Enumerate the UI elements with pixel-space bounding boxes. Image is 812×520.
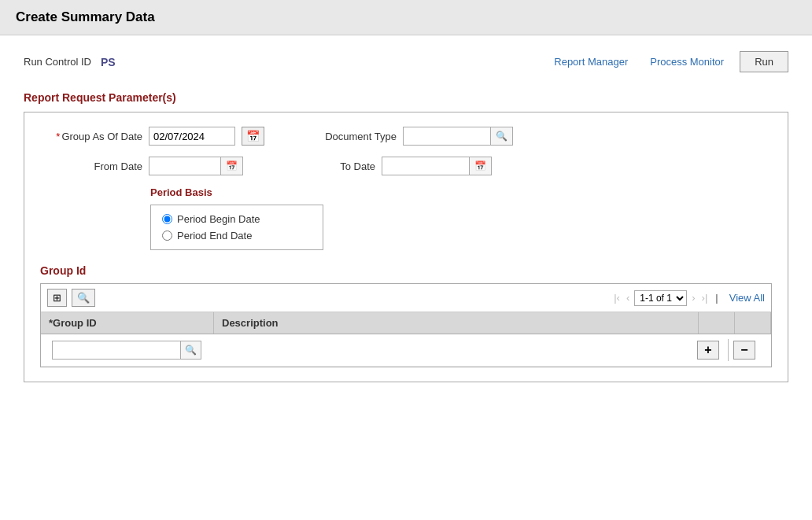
period-end-date-option[interactable]: Period End Date [162, 230, 312, 242]
description-cell [220, 349, 692, 352]
period-begin-date-label: Period Begin Date [177, 213, 260, 225]
document-type-group: Document Type 🔍 [318, 127, 513, 146]
run-control-bar: Run Control ID PS Report Manager Process… [24, 51, 788, 72]
page-title: Create Summary Data [16, 9, 796, 25]
group-id-row-input[interactable] [53, 341, 180, 359]
to-date-calendar-button[interactable]: 📅 [469, 157, 491, 175]
group-id-section: Group Id ⊞ 🔍 |‹ ‹ 1-1 of 1 › [40, 264, 772, 367]
form-row-date-doctype: Group As Of Date 📅 Document Type 🔍 [40, 127, 772, 146]
period-basis-section: Period Basis Period Begin Date Period En… [40, 186, 772, 250]
from-date-calendar-button[interactable]: 📅 [220, 157, 242, 175]
first-page-button[interactable]: |‹ [612, 292, 622, 304]
group-as-of-date-input[interactable] [149, 127, 235, 146]
group-id-row-search-button[interactable]: 🔍 [180, 341, 201, 359]
period-end-date-radio[interactable] [162, 230, 172, 241]
page-header: Create Summary Data [0, 0, 812, 35]
add-row-button[interactable]: + [697, 341, 719, 360]
period-end-date-label: Period End Date [177, 230, 252, 242]
col-header-remove [735, 312, 771, 334]
to-date-label: To Date [297, 160, 375, 172]
document-type-input[interactable] [404, 127, 490, 145]
from-date-input-wrapper: 📅 [149, 157, 243, 175]
run-button[interactable]: Run [740, 51, 788, 72]
grid-header-row: *Group ID Description [41, 312, 771, 334]
run-control-label: Run Control ID [24, 56, 91, 68]
pipe-separator: | [715, 292, 718, 304]
process-monitor-link[interactable]: Process Monitor [644, 56, 730, 68]
main-content: Run Control ID PS Report Manager Process… [0, 35, 812, 398]
grid-search-button[interactable]: 🔍 [72, 289, 95, 307]
grid-view-button[interactable]: ⊞ [47, 289, 67, 307]
period-begin-date-radio[interactable] [162, 214, 172, 224]
view-all-button[interactable]: View All [729, 292, 765, 304]
add-row-cell: + [692, 339, 729, 361]
to-date-input-wrapper: 📅 [382, 157, 492, 175]
pagination-area: |‹ ‹ 1-1 of 1 › ›| | View All [612, 290, 765, 306]
to-date-group: To Date 📅 [297, 157, 492, 175]
col-header-description: Description [214, 312, 699, 334]
document-type-input-wrapper: 🔍 [403, 127, 513, 146]
report-manager-link[interactable]: Report Manager [548, 56, 634, 68]
group-id-title: Group Id [40, 264, 772, 277]
col-header-add [699, 312, 735, 334]
page-select[interactable]: 1-1 of 1 [634, 290, 687, 306]
group-as-of-date-label: Group As Of Date [40, 131, 142, 142]
col-header-group-id: *Group ID [41, 312, 214, 334]
period-basis-radio-group: Period Begin Date Period End Date [150, 205, 323, 250]
table-row: 🔍 + − [41, 334, 771, 367]
from-date-label: From Date [40, 160, 142, 172]
document-type-label: Document Type [318, 131, 397, 142]
document-type-search-button[interactable]: 🔍 [490, 127, 512, 145]
params-box: Group As Of Date 📅 Document Type 🔍 From … [24, 112, 788, 382]
remove-row-cell: − [729, 339, 765, 361]
next-page-button[interactable]: › [690, 292, 696, 304]
form-row-from-to-date: From Date 📅 To Date 📅 [40, 157, 772, 175]
grid-toolbar: ⊞ 🔍 |‹ ‹ 1-1 of 1 › ›| | View All [41, 284, 771, 312]
period-basis-title: Period Basis [150, 186, 772, 198]
report-request-section: Report Request Parameter(s) Group As Of … [24, 91, 788, 382]
group-id-cell: 🔍 [47, 339, 220, 361]
to-date-input[interactable] [382, 157, 469, 175]
remove-row-button[interactable]: − [733, 341, 755, 360]
group-as-of-date-calendar-button[interactable]: 📅 [242, 127, 264, 146]
prev-page-button[interactable]: ‹ [625, 292, 631, 304]
group-id-row-input-wrapper: 🔍 [52, 341, 201, 360]
period-begin-date-option[interactable]: Period Begin Date [162, 213, 312, 225]
group-id-box: ⊞ 🔍 |‹ ‹ 1-1 of 1 › ›| | View All [40, 283, 772, 367]
run-control-id-value: PS [101, 56, 116, 68]
last-page-button[interactable]: ›| [700, 292, 710, 304]
report-request-title: Report Request Parameter(s) [24, 91, 788, 104]
from-date-input[interactable] [149, 157, 220, 175]
